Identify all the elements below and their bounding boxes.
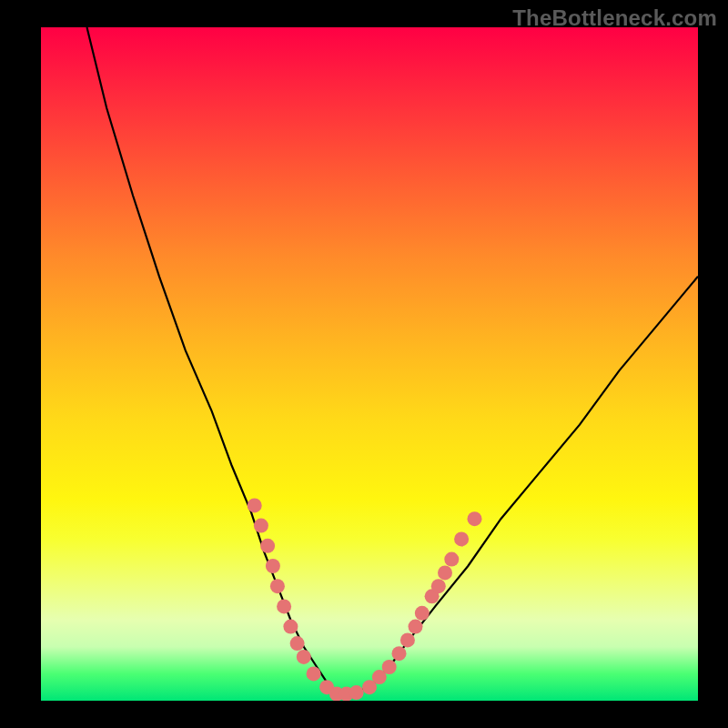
- data-marker: [382, 660, 397, 674]
- data-marker: [283, 620, 298, 634]
- data-marker: [307, 666, 321, 681]
- data-marker: [277, 599, 291, 613]
- data-marker: [297, 650, 311, 664]
- data-marker: [260, 539, 275, 553]
- data-marker: [468, 511, 482, 526]
- chart-svg: [41, 27, 698, 701]
- data-marker: [392, 646, 407, 661]
- data-marker: [415, 606, 430, 621]
- gradient-plot-area: [41, 27, 698, 701]
- data-marker: [248, 498, 262, 512]
- watermark-text: TheBottleneck.com: [512, 5, 717, 31]
- data-marker: [438, 565, 452, 580]
- data-marker: [431, 579, 446, 593]
- curve-group: [87, 27, 699, 694]
- bottleneck-curve: [87, 27, 699, 694]
- data-marker: [290, 636, 305, 651]
- data-marker: [409, 620, 423, 634]
- markers-group: [248, 498, 482, 701]
- data-marker: [254, 519, 268, 533]
- data-marker: [270, 579, 285, 593]
- chart-frame: TheBottleneck.com: [0, 0, 728, 728]
- data-marker: [266, 559, 280, 573]
- data-marker: [454, 531, 469, 546]
- data-marker: [349, 685, 364, 700]
- data-marker: [444, 552, 459, 567]
- data-marker: [400, 632, 415, 647]
